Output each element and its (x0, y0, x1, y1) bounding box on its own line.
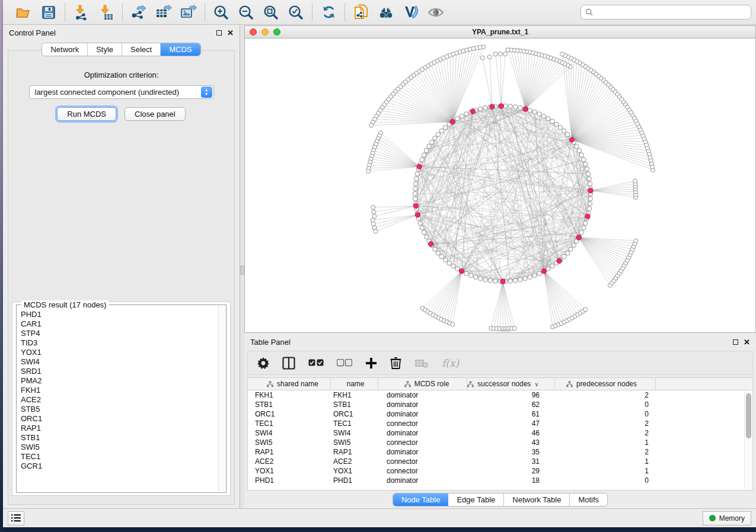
table-toolbar: f(x) (247, 351, 753, 375)
list-item[interactable]: STB1 (21, 433, 218, 443)
table-row[interactable]: ORC1ORC1dominator610 (248, 409, 752, 419)
table-scrollbar-thumb[interactable] (746, 393, 751, 438)
table-row[interactable]: TEC1TEC1connector472 (248, 419, 752, 428)
result-list-scrollbar[interactable] (218, 306, 225, 492)
list-item[interactable]: STP4 (21, 329, 218, 338)
close-panel-icon[interactable]: ✕ (744, 339, 750, 345)
table-row[interactable]: SWI5SWI5connector431 (248, 438, 752, 447)
network-graph[interactable] (245, 39, 755, 332)
tab-network[interactable]: Network (42, 43, 88, 56)
find-icon[interactable] (378, 4, 394, 21)
column-header-successor-nodes[interactable]: successor nodes ∨ (467, 378, 555, 390)
list-item[interactable]: TID3 (21, 338, 218, 348)
vizmapper-icon[interactable] (403, 4, 419, 21)
network-window-titlebar[interactable]: YPA_prune.txt_1 (245, 26, 755, 39)
window-close-icon[interactable] (250, 28, 257, 36)
network-hscrollbar-thumb[interactable] (500, 329, 510, 332)
open-session-icon[interactable] (15, 4, 32, 21)
refresh-icon[interactable] (320, 4, 337, 21)
close-panel-button[interactable]: Close panel (125, 107, 186, 121)
zoom-in-icon[interactable] (213, 4, 229, 21)
table-scrollbar[interactable] (744, 391, 752, 489)
tab-style[interactable]: Style (88, 43, 122, 56)
add-column-icon[interactable] (365, 357, 377, 369)
list-item[interactable]: CAR1 (21, 319, 218, 329)
column-header-mcds-role[interactable]: MCDS role (378, 378, 467, 390)
float-panel-icon[interactable] (216, 30, 222, 36)
memory-label: Memory (719, 514, 745, 523)
import-table-icon[interactable] (98, 4, 114, 21)
deselect-all-icon[interactable] (337, 359, 352, 367)
zoom-fit-icon[interactable] (263, 4, 279, 21)
list-item[interactable]: ORC1 (21, 414, 218, 424)
application-window: Control Panel ✕ Network Style Select MCD… (3, 0, 756, 527)
table-row[interactable]: SWI4SWI4dominator462 (248, 428, 752, 438)
list-item[interactable]: TEC1 (21, 452, 218, 462)
list-item[interactable]: GCR1 (21, 462, 218, 471)
table-panel-titlebar: Table Panel ✕ (244, 335, 756, 349)
splitter-grip[interactable] (240, 265, 244, 275)
window-minimize-icon[interactable] (261, 28, 269, 36)
export-network-icon[interactable] (130, 4, 147, 21)
network-view-window: YPA_prune.txt_1 (244, 25, 756, 333)
table-row[interactable]: PHD1PHD1dominator180 (248, 476, 752, 485)
column-header-shared-name[interactable]: shared name (248, 378, 331, 390)
new-network-from-file-icon[interactable] (353, 4, 369, 21)
panel-splitter[interactable] (240, 25, 244, 508)
tab-motifs[interactable]: Motifs (570, 493, 607, 506)
criterion-dropdown[interactable]: largest connected component (undirected)… (29, 85, 214, 99)
tab-node-table[interactable]: Node Table (393, 493, 449, 506)
list-item[interactable]: YOX1 (21, 348, 218, 357)
show-hide-graphics-icon[interactable] (428, 4, 444, 21)
sort-chevron-icon[interactable]: ∨ (534, 381, 538, 387)
column-header-name[interactable]: name (331, 378, 378, 390)
column-label: shared name (277, 380, 318, 388)
list-item[interactable]: PMA2 (21, 376, 218, 386)
column-type-icon (267, 381, 273, 387)
search-box[interactable] (580, 5, 751, 20)
network-canvas[interactable] (245, 39, 755, 332)
tab-network-table[interactable]: Network Table (504, 493, 570, 506)
list-item[interactable]: FKH1 (21, 386, 218, 395)
table-row[interactable]: YOX1YOX1connector291 (248, 466, 752, 476)
search-input[interactable] (596, 8, 747, 17)
table-row[interactable]: STB1STB1dominator620 (248, 400, 752, 409)
window-maximize-icon[interactable] (273, 28, 280, 36)
tab-select[interactable]: Select (122, 43, 161, 56)
list-item[interactable]: ACE2 (21, 395, 218, 405)
delete-column-icon[interactable] (390, 357, 401, 369)
dropdown-stepper-icon: ▲▼ (201, 86, 212, 98)
table-row[interactable]: ACE2ACE2connector311 (248, 457, 752, 466)
table-row[interactable]: FKH1FKH1dominator962 (248, 390, 752, 400)
select-all-icon[interactable] (308, 359, 324, 367)
save-session-icon[interactable] (40, 4, 57, 21)
zoom-selected-icon[interactable] (288, 4, 304, 21)
import-network-icon[interactable] (73, 4, 90, 21)
close-panel-icon[interactable]: ✕ (227, 30, 234, 36)
run-mcds-button[interactable]: Run MCDS (57, 107, 116, 121)
task-history-button[interactable] (8, 511, 24, 525)
memory-button[interactable]: Memory (703, 511, 751, 525)
criterion-value: largest connected component (undirected) (30, 88, 201, 97)
list-item[interactable]: RAP1 (21, 424, 218, 433)
export-image-icon[interactable] (180, 4, 197, 21)
tab-mcds[interactable]: MCDS (161, 43, 200, 56)
column-type-icon (467, 381, 474, 387)
export-table-icon[interactable] (155, 4, 172, 21)
mcds-result-list[interactable]: PHD1 CAR1 STP4 TID3 YOX1 SWI4 SRD1 PMA2 … (19, 310, 218, 490)
zoom-out-icon[interactable] (238, 4, 254, 21)
list-item[interactable]: SWI5 (21, 443, 218, 452)
mcds-tab-content: Optimization criterion: largest connecte… (8, 50, 235, 505)
float-panel-icon[interactable] (733, 339, 738, 345)
show-column-panel-icon[interactable] (282, 357, 295, 370)
column-header-predecessor-nodes[interactable]: predecessor nodes (555, 378, 656, 390)
list-item[interactable]: SRD1 (21, 367, 218, 376)
table-row[interactable]: RAP1RAP1dominator352 (248, 447, 752, 457)
table-settings-icon[interactable] (257, 357, 269, 369)
list-item[interactable]: PHD1 (21, 310, 218, 319)
list-item[interactable]: STB5 (21, 405, 218, 414)
network-window-title: YPA_prune.txt_1 (245, 28, 755, 36)
column-type-icon (404, 381, 411, 387)
list-item[interactable]: SWI4 (21, 357, 218, 367)
tab-edge-table[interactable]: Edge Table (448, 493, 504, 506)
